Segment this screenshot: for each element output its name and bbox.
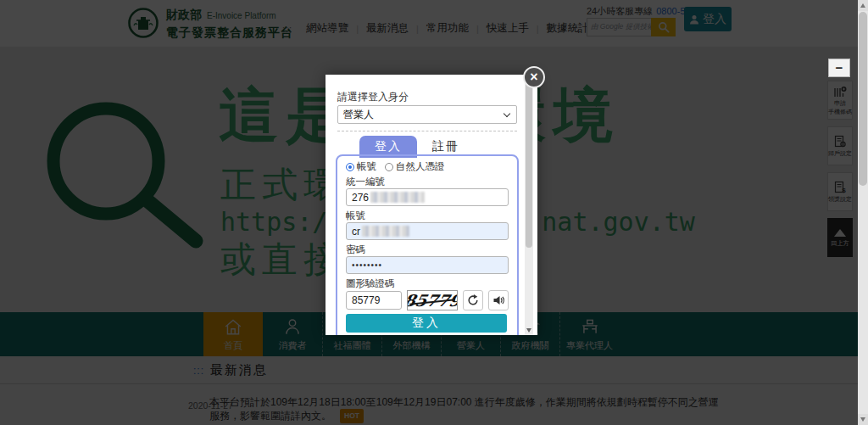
identity-select-label: 請選擇登入身分: [337, 90, 409, 104]
login-submit-button[interactable]: 登入: [346, 314, 507, 333]
ubn-label: 統一編號: [346, 176, 509, 187]
banner-minimize-button[interactable]: −: [828, 59, 850, 77]
radio-unselected-icon: [385, 163, 393, 171]
redacted-text: [362, 226, 409, 237]
captcha-refresh-button[interactable]: [463, 290, 483, 310]
scroll-down-arrow-icon: [526, 328, 531, 333]
refresh-icon: [467, 294, 479, 306]
modal-divider: [337, 131, 517, 131]
login-form-panel: 帳號 自然人憑證 統一編號 276 帳號 cr 密碼 •••••••: [336, 154, 519, 335]
identity-select-value: 營業人: [343, 108, 374, 122]
captcha-input-value: 85779: [352, 294, 380, 306]
radio-selected-icon: [346, 163, 354, 171]
page-scrollbar[interactable]: [858, 0, 868, 425]
scroll-down-arrow-icon[interactable]: [858, 414, 868, 425]
speaker-icon: [492, 294, 504, 306]
captcha-label: 圖形驗證碼: [346, 277, 509, 288]
login-modal-body: 請選擇登入身分 營業人 登入 註冊 帳號 自然人憑證: [326, 75, 537, 335]
captcha-input[interactable]: 85779: [346, 291, 402, 310]
modal-scrollbar[interactable]: [525, 75, 533, 335]
radio-citizen-cert[interactable]: 自然人憑證: [385, 160, 445, 173]
password-input[interactable]: ••••••••: [346, 256, 509, 274]
redacted-text: [370, 192, 425, 203]
account-input[interactable]: cr: [346, 222, 509, 240]
modal-scrollbar-thumb[interactable]: [526, 78, 532, 248]
radio-citizen-cert-label: 自然人憑證: [396, 160, 445, 173]
radio-account[interactable]: 帳號: [346, 160, 376, 173]
captcha-image-text: 85779: [407, 291, 458, 310]
scroll-up-arrow-icon[interactable]: [858, 0, 868, 11]
captcha-row: 85779 85779: [346, 290, 509, 310]
ubn-input[interactable]: 276: [346, 188, 509, 206]
identity-select[interactable]: 營業人: [337, 105, 517, 124]
captcha-image: 85779: [407, 290, 458, 310]
ubn-value: 276: [352, 192, 369, 204]
captcha-audio-button[interactable]: [488, 290, 509, 310]
account-value: cr: [352, 226, 360, 238]
page-scrollbar-thumb[interactable]: [859, 12, 867, 186]
radio-account-label: 帳號: [357, 160, 376, 173]
chevron-down-icon: [504, 109, 510, 116]
close-icon[interactable]: ×: [523, 66, 545, 88]
password-masked-value: ••••••••: [352, 260, 382, 270]
page: 財政部E-Invoice Platform 電子發票整合服務平台 ::: 網站導…: [0, 0, 868, 425]
login-modal: 請選擇登入身分 營業人 登入 註冊 帳號 自然人憑證: [326, 75, 537, 335]
account-label: 帳號: [346, 210, 509, 221]
password-label: 密碼: [346, 243, 509, 254]
